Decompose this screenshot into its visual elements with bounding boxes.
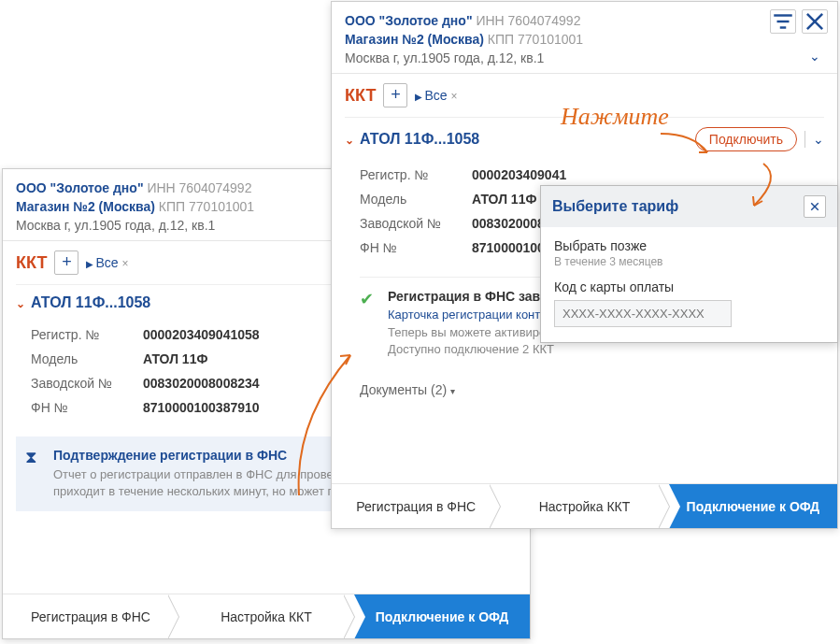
inn-label: ИНН 7604074992 [147, 180, 251, 195]
shop-name: Магазин №2 (Москва) [16, 199, 155, 214]
tariff-popup: Выберите тариф Выбрать позже В течение 3… [540, 185, 838, 343]
separator [804, 131, 805, 148]
shop-name-front: Магазин №2 (Москва) [345, 32, 484, 47]
step-registration[interactable]: Регистрация в ФНС [3, 594, 178, 638]
documents-toggle[interactable]: Документы (2)▾ [360, 382, 455, 397]
device-name-label: АТОЛ 11Ф...1058 [31, 294, 150, 310]
documents-row: Документы (2)▾ [332, 367, 837, 407]
factory-no-label: Заводской № [31, 376, 143, 391]
step-setup[interactable]: Настройка ККТ [178, 594, 354, 638]
tariff-popup-title: Выберите тариф [552, 198, 678, 215]
step-connect-ofd-f[interactable]: Подключение к ОФД [669, 484, 837, 528]
model-value-f: АТОЛ 11Ф [472, 192, 536, 207]
expand-header-button[interactable]: ⌄ [809, 49, 820, 64]
step-setup-f[interactable]: Настройка ККТ [500, 484, 668, 528]
kkt-title-front: ККТ [345, 86, 376, 106]
reg-no-label-f: Регистр. № [360, 167, 472, 182]
filter-button[interactable] [770, 9, 796, 34]
factory-no-value: 0083020008008234 [143, 376, 260, 391]
tariff-popup-close-button[interactable] [804, 195, 826, 218]
company-name-front: ООО "Золотое дно" [345, 13, 473, 28]
kpp-label-front: КПП 770101001 [488, 32, 583, 47]
annotation-arrow-to-popup [740, 159, 787, 215]
close-panel-button[interactable] [802, 9, 828, 34]
device-menu-button[interactable]: ⌄ [813, 132, 824, 147]
reg-no-value: 0000203409041058 [143, 327, 260, 342]
steps-bar-front: Регистрация в ФНС Настройка ККТ Подключе… [332, 483, 837, 528]
model-label: Модель [31, 351, 143, 366]
tariff-option-card-title: Код с карты оплаты [554, 279, 824, 294]
tariff-option-later-title: Выбрать позже [554, 238, 824, 253]
factory-no-label-f: Заводской № [360, 216, 472, 231]
kkt-title: ККТ [16, 253, 47, 273]
kpp-label: КПП 770101001 [159, 199, 254, 214]
fn-no-label-f: ФН № [360, 240, 472, 255]
close-icon [803, 9, 827, 34]
add-kkt-button[interactable]: + [54, 250, 78, 275]
device-name-label-front: АТОЛ 11Ф...1058 [360, 131, 479, 147]
add-kkt-button-front[interactable]: + [383, 83, 407, 107]
device-toggle[interactable]: ⌄АТОЛ 11Ф...1058 [345, 131, 479, 148]
close-icon [809, 201, 820, 212]
inn-label-front: ИНН 7604074992 [476, 13, 580, 28]
step-connect-ofd[interactable]: Подключение к ОФД [354, 594, 530, 638]
header-front: ООО "Золотое дно" ИНН 7604074992 Магазин… [332, 2, 837, 74]
reg-no-label: Регистр. № [31, 327, 143, 342]
address-front: Москва г, ул.1905 года, д.12, кв.1 [345, 50, 824, 65]
front-panel: ООО "Золотое дно" ИНН 7604074992 Магазин… [331, 1, 838, 529]
filter-icon [771, 9, 795, 34]
company-name: ООО "Золотое дно" [16, 180, 144, 195]
annotation-text: Нажмите [561, 103, 669, 131]
model-label-f: Модель [360, 192, 472, 207]
annotation-arrow-status [290, 346, 364, 505]
steps-bar: Регистрация в ФНС Настройка ККТ Подключе… [3, 594, 530, 638]
status-done-desc2: Доступно подключение 2 ККТ [388, 341, 815, 358]
annotation-arrow-to-connect [656, 129, 721, 166]
model-value: АТОЛ 11Ф [143, 351, 207, 366]
hourglass-icon: ⧗ [25, 448, 37, 467]
tariff-option-later-sub: В течение 3 месяцев [554, 255, 824, 268]
show-all-link[interactable]: ▶Все× [86, 255, 128, 270]
tariff-option-card: Код с карты оплаты [554, 279, 824, 327]
show-all-link-front[interactable]: ▶Все× [415, 88, 457, 103]
check-icon: ✔ [360, 289, 374, 309]
tariff-popup-header: Выберите тариф [541, 186, 837, 227]
tariff-option-later[interactable]: Выбрать позже В течение 3 месяцев [554, 238, 824, 268]
card-code-input[interactable] [554, 300, 732, 327]
fn-no-value: 8710000100387910 [143, 400, 260, 415]
fn-no-label: ФН № [31, 400, 143, 415]
reg-no-value-f: 0000203409041 [472, 167, 566, 182]
